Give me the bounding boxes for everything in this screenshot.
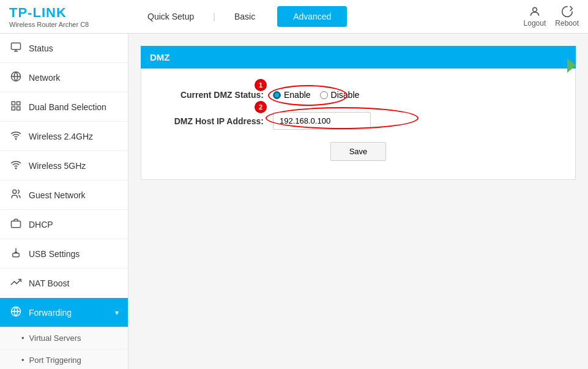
- wifi-24-icon: [9, 130, 23, 143]
- sidebar-item-wireless-24[interactable]: Wireless 2.4GHz: [0, 122, 128, 151]
- sidebar-label-guest-network: Guest Network: [29, 190, 86, 200]
- tab-quick-setup[interactable]: Quick Setup: [132, 6, 210, 27]
- monitor-icon: [9, 42, 23, 54]
- dmz-status-label: Current DMZ Status:: [160, 90, 264, 100]
- sidebar-label-nat-boost: NAT Boost: [29, 278, 69, 288]
- sidebar-label-usb-settings: USB Settings: [29, 249, 80, 259]
- section-title: DMZ: [150, 52, 170, 62]
- svg-rect-6: [12, 102, 15, 105]
- sidebar-item-status[interactable]: Status: [0, 34, 128, 63]
- sidebar-submenu-forwarding: Virtual Servers Port Triggering DMZ: [0, 327, 128, 369]
- sidebar-label-network: Network: [29, 73, 60, 83]
- enable-label: Enable: [284, 90, 311, 100]
- nav-tabs: Quick Setup | Basic Advanced: [132, 6, 524, 27]
- reboot-icon: [561, 6, 573, 18]
- sidebar: Status Network Dual Band Selection Wirel…: [0, 34, 128, 369]
- svg-point-12: [13, 190, 17, 193]
- nat-icon: [9, 277, 23, 289]
- logout-label: Logout: [524, 19, 546, 28]
- sidebar-sub-item-virtual-servers[interactable]: Virtual Servers: [0, 327, 128, 349]
- svg-rect-7: [17, 102, 20, 105]
- svg-rect-9: [12, 107, 15, 110]
- main-layout: Status Network Dual Band Selection Wirel…: [0, 34, 588, 369]
- dmz-ip-input[interactable]: [273, 112, 371, 130]
- globe-icon: [9, 71, 23, 84]
- sidebar-sub-item-port-triggering[interactable]: Port Triggering: [0, 349, 128, 369]
- section-arrow-indicator: [567, 58, 576, 73]
- port-triggering-label: Port Triggering: [29, 356, 81, 365]
- usb-icon: [9, 247, 23, 260]
- section-header: DMZ: [141, 46, 576, 69]
- dmz-status-radio-group: Enable Disable: [273, 90, 359, 100]
- sidebar-item-guest-network[interactable]: Guest Network: [0, 181, 128, 210]
- callout-1: 1: [255, 79, 267, 91]
- content-area: DMZ 1 Current DMZ Status: Enable: [128, 34, 588, 369]
- reboot-label: Reboot: [555, 19, 579, 28]
- sidebar-item-dual-band[interactable]: Dual Band Selection: [0, 92, 128, 122]
- enable-radio-option[interactable]: Enable: [273, 90, 311, 100]
- sidebar-item-forwarding[interactable]: Forwarding ▾: [0, 298, 128, 327]
- sidebar-label-dhcp: DHCP: [29, 220, 53, 229]
- header: TP-LINK Wireless Router Archer C8 Quick …: [0, 0, 588, 34]
- save-row: Save: [160, 142, 557, 161]
- enable-radio[interactable]: [273, 91, 281, 99]
- dual-band-icon: [9, 100, 23, 113]
- sidebar-item-wireless-5[interactable]: Wireless 5GHz: [0, 151, 128, 181]
- sidebar-label-dual-band: Dual Band Selection: [29, 102, 106, 112]
- logo-area: TP-LINK Wireless Router Archer C8: [9, 5, 132, 28]
- svg-point-0: [533, 7, 537, 12]
- disable-radio-option[interactable]: Disable: [320, 90, 360, 100]
- sidebar-label-wireless-5: Wireless 5GHz: [29, 161, 86, 171]
- guests-icon: [9, 188, 23, 201]
- sidebar-label-forwarding: Forwarding: [29, 308, 72, 318]
- logout-icon: [529, 6, 541, 18]
- svg-rect-1: [12, 43, 21, 50]
- header-actions: Logout Reboot: [524, 6, 579, 28]
- logout-button[interactable]: Logout: [524, 6, 546, 28]
- svg-point-11: [15, 168, 17, 169]
- wifi-5-icon: [9, 159, 23, 172]
- nav-divider-1: |: [210, 12, 218, 21]
- dmz-ip-label: DMZ Host IP Address:: [160, 116, 264, 126]
- brand-subtitle: Wireless Router Archer C8: [9, 21, 132, 28]
- save-button[interactable]: Save: [330, 142, 387, 161]
- form-area: 1 Current DMZ Status: Enable Disable: [141, 69, 576, 180]
- brand-name: TP-LINK: [9, 5, 132, 21]
- chevron-down-icon: ▾: [115, 308, 119, 317]
- dmz-ip-row: 2 DMZ Host IP Address:: [160, 112, 557, 130]
- forwarding-icon: [9, 306, 23, 319]
- tab-advanced[interactable]: Advanced: [277, 6, 347, 27]
- ip-input-wrapper: [273, 112, 371, 130]
- svg-rect-13: [12, 221, 21, 228]
- svg-rect-14: [13, 253, 20, 257]
- sidebar-item-nat-boost[interactable]: NAT Boost: [0, 269, 128, 298]
- dhcp-icon: [9, 218, 23, 231]
- sidebar-item-usb-settings[interactable]: USB Settings: [0, 239, 128, 269]
- svg-rect-8: [17, 107, 20, 110]
- sidebar-item-network[interactable]: Network: [0, 63, 128, 92]
- section-wrapper: DMZ: [141, 46, 576, 69]
- dmz-status-row: 1 Current DMZ Status: Enable Disable: [160, 90, 557, 100]
- sidebar-item-dhcp[interactable]: DHCP: [0, 210, 128, 239]
- disable-label: Disable: [331, 90, 360, 100]
- sidebar-label-wireless-24: Wireless 2.4GHz: [29, 132, 93, 141]
- tab-basic[interactable]: Basic: [218, 6, 271, 27]
- svg-point-10: [15, 138, 17, 140]
- disable-radio[interactable]: [320, 91, 328, 99]
- virtual-servers-label: Virtual Servers: [29, 334, 81, 343]
- sidebar-label-status: Status: [29, 43, 53, 53]
- reboot-button[interactable]: Reboot: [555, 6, 579, 28]
- callout-2: 2: [255, 101, 267, 113]
